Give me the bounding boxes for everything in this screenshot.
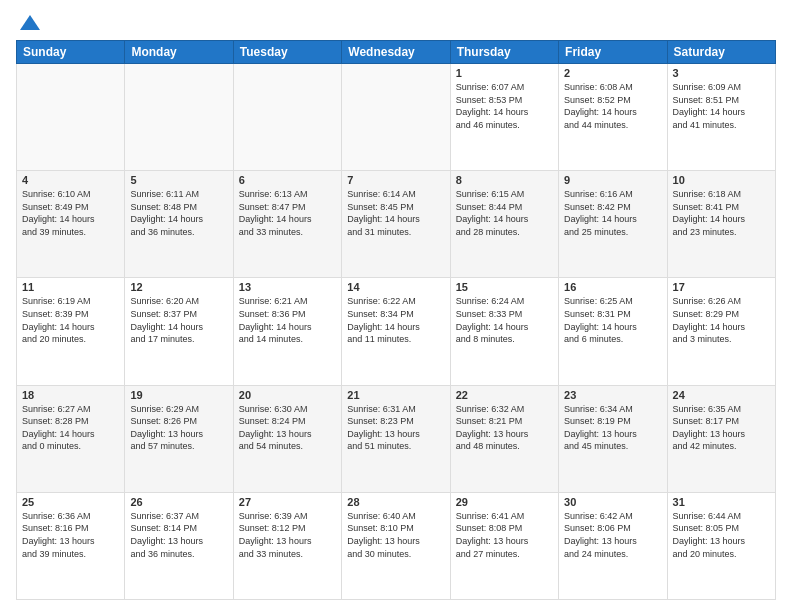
day-number: 12 — [130, 281, 227, 293]
day-number: 2 — [564, 67, 661, 79]
calendar-cell: 15Sunrise: 6:24 AM Sunset: 8:33 PM Dayli… — [450, 278, 558, 385]
header — [16, 12, 776, 32]
day-info: Sunrise: 6:40 AM Sunset: 8:10 PM Dayligh… — [347, 510, 444, 560]
day-info: Sunrise: 6:16 AM Sunset: 8:42 PM Dayligh… — [564, 188, 661, 238]
day-number: 11 — [22, 281, 119, 293]
day-number: 3 — [673, 67, 770, 79]
day-header-friday: Friday — [559, 41, 667, 64]
calendar-cell: 16Sunrise: 6:25 AM Sunset: 8:31 PM Dayli… — [559, 278, 667, 385]
day-number: 4 — [22, 174, 119, 186]
day-info: Sunrise: 6:30 AM Sunset: 8:24 PM Dayligh… — [239, 403, 336, 453]
day-info: Sunrise: 6:25 AM Sunset: 8:31 PM Dayligh… — [564, 295, 661, 345]
calendar-cell: 26Sunrise: 6:37 AM Sunset: 8:14 PM Dayli… — [125, 492, 233, 599]
calendar-cell — [125, 64, 233, 171]
day-info: Sunrise: 6:35 AM Sunset: 8:17 PM Dayligh… — [673, 403, 770, 453]
calendar-cell: 14Sunrise: 6:22 AM Sunset: 8:34 PM Dayli… — [342, 278, 450, 385]
week-row-3: 11Sunrise: 6:19 AM Sunset: 8:39 PM Dayli… — [17, 278, 776, 385]
calendar-cell: 18Sunrise: 6:27 AM Sunset: 8:28 PM Dayli… — [17, 385, 125, 492]
day-info: Sunrise: 6:29 AM Sunset: 8:26 PM Dayligh… — [130, 403, 227, 453]
day-info: Sunrise: 6:18 AM Sunset: 8:41 PM Dayligh… — [673, 188, 770, 238]
week-row-4: 18Sunrise: 6:27 AM Sunset: 8:28 PM Dayli… — [17, 385, 776, 492]
day-number: 20 — [239, 389, 336, 401]
svg-marker-0 — [20, 15, 40, 30]
calendar-cell — [17, 64, 125, 171]
day-header-monday: Monday — [125, 41, 233, 64]
day-info: Sunrise: 6:19 AM Sunset: 8:39 PM Dayligh… — [22, 295, 119, 345]
day-number: 1 — [456, 67, 553, 79]
day-info: Sunrise: 6:44 AM Sunset: 8:05 PM Dayligh… — [673, 510, 770, 560]
day-info: Sunrise: 6:09 AM Sunset: 8:51 PM Dayligh… — [673, 81, 770, 131]
day-info: Sunrise: 6:08 AM Sunset: 8:52 PM Dayligh… — [564, 81, 661, 131]
calendar-cell: 9Sunrise: 6:16 AM Sunset: 8:42 PM Daylig… — [559, 171, 667, 278]
calendar-cell: 22Sunrise: 6:32 AM Sunset: 8:21 PM Dayli… — [450, 385, 558, 492]
day-info: Sunrise: 6:10 AM Sunset: 8:49 PM Dayligh… — [22, 188, 119, 238]
calendar-cell: 30Sunrise: 6:42 AM Sunset: 8:06 PM Dayli… — [559, 492, 667, 599]
day-info: Sunrise: 6:24 AM Sunset: 8:33 PM Dayligh… — [456, 295, 553, 345]
day-number: 24 — [673, 389, 770, 401]
day-number: 16 — [564, 281, 661, 293]
calendar-cell: 2Sunrise: 6:08 AM Sunset: 8:52 PM Daylig… — [559, 64, 667, 171]
day-number: 9 — [564, 174, 661, 186]
day-info: Sunrise: 6:32 AM Sunset: 8:21 PM Dayligh… — [456, 403, 553, 453]
day-number: 18 — [22, 389, 119, 401]
day-header-wednesday: Wednesday — [342, 41, 450, 64]
day-info: Sunrise: 6:36 AM Sunset: 8:16 PM Dayligh… — [22, 510, 119, 560]
logo — [16, 12, 42, 32]
day-number: 19 — [130, 389, 227, 401]
day-number: 5 — [130, 174, 227, 186]
day-header-saturday: Saturday — [667, 41, 775, 64]
calendar: SundayMondayTuesdayWednesdayThursdayFrid… — [16, 40, 776, 600]
calendar-cell: 29Sunrise: 6:41 AM Sunset: 8:08 PM Dayli… — [450, 492, 558, 599]
calendar-cell: 28Sunrise: 6:40 AM Sunset: 8:10 PM Dayli… — [342, 492, 450, 599]
calendar-cell: 25Sunrise: 6:36 AM Sunset: 8:16 PM Dayli… — [17, 492, 125, 599]
day-info: Sunrise: 6:15 AM Sunset: 8:44 PM Dayligh… — [456, 188, 553, 238]
day-info: Sunrise: 6:07 AM Sunset: 8:53 PM Dayligh… — [456, 81, 553, 131]
day-info: Sunrise: 6:21 AM Sunset: 8:36 PM Dayligh… — [239, 295, 336, 345]
day-number: 28 — [347, 496, 444, 508]
calendar-cell: 24Sunrise: 6:35 AM Sunset: 8:17 PM Dayli… — [667, 385, 775, 492]
day-number: 14 — [347, 281, 444, 293]
calendar-cell: 7Sunrise: 6:14 AM Sunset: 8:45 PM Daylig… — [342, 171, 450, 278]
day-number: 8 — [456, 174, 553, 186]
day-number: 27 — [239, 496, 336, 508]
week-row-5: 25Sunrise: 6:36 AM Sunset: 8:16 PM Dayli… — [17, 492, 776, 599]
week-row-2: 4Sunrise: 6:10 AM Sunset: 8:49 PM Daylig… — [17, 171, 776, 278]
day-number: 6 — [239, 174, 336, 186]
calendar-cell — [342, 64, 450, 171]
day-number: 25 — [22, 496, 119, 508]
calendar-cell: 23Sunrise: 6:34 AM Sunset: 8:19 PM Dayli… — [559, 385, 667, 492]
day-info: Sunrise: 6:20 AM Sunset: 8:37 PM Dayligh… — [130, 295, 227, 345]
day-number: 23 — [564, 389, 661, 401]
day-number: 21 — [347, 389, 444, 401]
calendar-cell: 13Sunrise: 6:21 AM Sunset: 8:36 PM Dayli… — [233, 278, 341, 385]
day-number: 17 — [673, 281, 770, 293]
day-info: Sunrise: 6:41 AM Sunset: 8:08 PM Dayligh… — [456, 510, 553, 560]
calendar-cell: 20Sunrise: 6:30 AM Sunset: 8:24 PM Dayli… — [233, 385, 341, 492]
day-header-tuesday: Tuesday — [233, 41, 341, 64]
calendar-cell: 5Sunrise: 6:11 AM Sunset: 8:48 PM Daylig… — [125, 171, 233, 278]
calendar-cell: 17Sunrise: 6:26 AM Sunset: 8:29 PM Dayli… — [667, 278, 775, 385]
day-number: 15 — [456, 281, 553, 293]
logo-icon — [18, 12, 42, 36]
day-number: 29 — [456, 496, 553, 508]
calendar-cell: 6Sunrise: 6:13 AM Sunset: 8:47 PM Daylig… — [233, 171, 341, 278]
calendar-cell: 31Sunrise: 6:44 AM Sunset: 8:05 PM Dayli… — [667, 492, 775, 599]
calendar-cell: 19Sunrise: 6:29 AM Sunset: 8:26 PM Dayli… — [125, 385, 233, 492]
day-info: Sunrise: 6:34 AM Sunset: 8:19 PM Dayligh… — [564, 403, 661, 453]
day-info: Sunrise: 6:26 AM Sunset: 8:29 PM Dayligh… — [673, 295, 770, 345]
day-number: 22 — [456, 389, 553, 401]
day-info: Sunrise: 6:11 AM Sunset: 8:48 PM Dayligh… — [130, 188, 227, 238]
calendar-cell: 12Sunrise: 6:20 AM Sunset: 8:37 PM Dayli… — [125, 278, 233, 385]
week-row-1: 1Sunrise: 6:07 AM Sunset: 8:53 PM Daylig… — [17, 64, 776, 171]
calendar-cell: 27Sunrise: 6:39 AM Sunset: 8:12 PM Dayli… — [233, 492, 341, 599]
day-info: Sunrise: 6:39 AM Sunset: 8:12 PM Dayligh… — [239, 510, 336, 560]
day-number: 7 — [347, 174, 444, 186]
day-info: Sunrise: 6:37 AM Sunset: 8:14 PM Dayligh… — [130, 510, 227, 560]
day-info: Sunrise: 6:13 AM Sunset: 8:47 PM Dayligh… — [239, 188, 336, 238]
calendar-cell: 11Sunrise: 6:19 AM Sunset: 8:39 PM Dayli… — [17, 278, 125, 385]
calendar-cell: 4Sunrise: 6:10 AM Sunset: 8:49 PM Daylig… — [17, 171, 125, 278]
day-info: Sunrise: 6:27 AM Sunset: 8:28 PM Dayligh… — [22, 403, 119, 453]
calendar-cell: 21Sunrise: 6:31 AM Sunset: 8:23 PM Dayli… — [342, 385, 450, 492]
day-header-sunday: Sunday — [17, 41, 125, 64]
day-number: 31 — [673, 496, 770, 508]
